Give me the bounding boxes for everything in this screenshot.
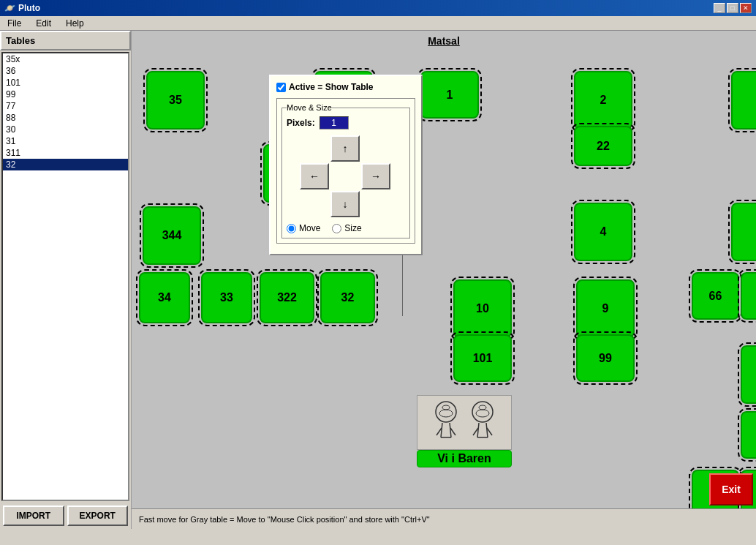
list-item[interactable]: 30 [3,124,128,135]
list-item[interactable]: 311 [3,147,128,159]
table-2[interactable]: 2 [574,71,632,129]
list-item[interactable]: 77 [3,100,128,112]
tables-header: Tables [0,31,131,50]
title-bar-buttons: _ □ ✕ [714,3,752,13]
table-35[interactable]: 35 [146,71,205,129]
title-bar: 🪐 Pluto _ □ ✕ [0,0,756,16]
status-bar: Fast move for Gray table = Move to "Mous… [132,508,756,529]
active-checkbox-row: Active = Show Table [276,82,415,92]
svg-point-8 [472,402,493,422]
tables-list[interactable]: 35x 36 101 99 77 88 30 31 311 32 [3,53,128,500]
list-item[interactable]: 35x [3,53,128,65]
active-label: Active = Show Table [289,82,373,92]
table-3[interactable]: 3 [731,71,756,129]
table-101[interactable]: 101 [453,334,512,382]
main-container: Tables 35x 36 101 99 77 88 30 31 311 32 … [0,31,756,529]
table-33[interactable]: 33 [201,272,252,323]
app-title: Pluto [18,3,40,13]
svg-point-1 [439,410,453,417]
table-66[interactable]: 66 [692,272,739,320]
svg-point-0 [436,402,456,422]
minimize-button[interactable]: _ [714,3,725,13]
arrow-center [330,163,360,189]
move-size-legend: Move & Size [287,103,332,112]
size-radio[interactable] [332,224,341,233]
maximize-button[interactable]: □ [727,3,738,13]
arrow-empty-bottomright [361,191,390,217]
move-radio[interactable] [287,224,296,233]
table-22[interactable]: 22 [574,126,632,166]
size-radio-option[interactable]: Size [332,223,361,233]
status-text: Fast move for Gray table = Move to "Mous… [139,515,430,524]
pixels-row: Pixels: [287,116,405,129]
active-checkbox[interactable] [276,83,286,92]
size-label: Size [344,223,361,233]
table-77[interactable]: 77 [741,411,756,459]
move-label: Move [299,223,320,233]
app-icon: 🪐 [4,3,15,13]
table-4[interactable]: 4 [574,203,632,261]
table-6[interactable]: 6 [741,272,756,320]
menu-edit[interactable]: Edit [31,17,56,30]
faces-svg [420,397,508,448]
right-area: Matsal 35 30 1 2 3 22 311 31 344 4 5 34 … [132,31,756,529]
bar-label: Vi i Baren [417,450,512,467]
menu-help[interactable]: Help [61,17,88,30]
move-size-group: Move & Size Pixels: ↑ ← [276,98,415,244]
list-item[interactable]: 31 [3,135,128,147]
bottom-buttons: IMPORT EXPORT [0,503,131,529]
arrow-right-button[interactable]: → [361,163,390,189]
import-button[interactable]: IMPORT [3,505,64,526]
list-item[interactable]: 101 [3,77,128,89]
pixels-input[interactable] [320,116,349,129]
svg-point-9 [476,410,489,417]
table-1[interactable]: 1 [420,71,479,119]
table-322[interactable]: 322 [260,272,314,323]
tables-list-container: 35x 36 101 99 77 88 30 31 311 32 [1,52,129,501]
popup-panel: Active = Show Table Move & Size Pixels: … [269,75,423,255]
menu-file[interactable]: File [3,17,26,30]
arrow-grid: ↑ ← → ↓ [300,135,392,217]
arrow-empty-topleft [300,135,329,162]
arrow-empty-topright [361,135,390,162]
arrow-up-button[interactable]: ↑ [330,135,360,162]
svg-point-2 [442,405,450,410]
table-9[interactable]: 9 [576,279,635,338]
left-panel: Tables 35x 36 101 99 77 88 30 31 311 32 … [0,31,132,529]
arrow-left-button[interactable]: ← [300,163,329,189]
table-32[interactable]: 32 [320,272,375,323]
table-7[interactable]: 7 [741,345,756,404]
list-item-selected[interactable]: 32 [3,159,128,170]
list-item[interactable]: 88 [3,112,128,124]
table-10[interactable]: 10 [453,279,512,338]
list-item[interactable]: 99 [3,89,128,100]
exit-button[interactable]: Exit [709,473,753,505]
section-label: Matsal [428,35,460,47]
table-99[interactable]: 99 [576,334,635,382]
pixels-label: Pixels: [287,118,315,128]
list-item[interactable]: 36 [3,65,128,77]
export-button[interactable]: EXPORT [67,505,129,526]
bar-faces-area [417,395,512,450]
svg-point-10 [479,405,486,410]
table-344[interactable]: 344 [143,206,201,265]
svg-line-4 [450,423,451,437]
title-bar-left: 🪐 Pluto [4,3,40,13]
arrow-down-button[interactable]: ↓ [330,191,360,217]
move-radio-option[interactable]: Move [287,223,320,233]
radio-row: Move Size [287,223,405,233]
table-5[interactable]: 5 [731,203,756,261]
svg-line-12 [486,423,488,437]
canvas-area[interactable]: Matsal 35 30 1 2 3 22 311 31 344 4 5 34 … [132,31,756,508]
table-34[interactable]: 34 [139,272,190,323]
svg-line-11 [477,423,479,437]
arrow-empty-bottomleft [300,191,329,217]
close-button[interactable]: ✕ [740,3,752,13]
svg-line-3 [441,423,442,437]
menu-bar: File Edit Help [0,16,756,31]
